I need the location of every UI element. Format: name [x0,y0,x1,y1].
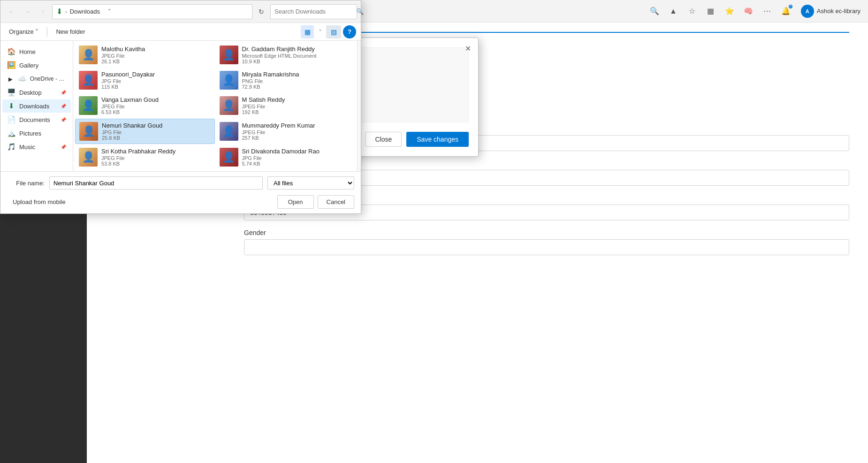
sidebar-item-desktop[interactable]: 🖥️ Desktop 📌 [2,86,71,99]
cancel-button[interactable]: Cancel [318,195,354,209]
read-aloud-button[interactable]: ▲ [666,4,681,19]
view-dropdown-button[interactable]: ˅ [316,25,324,38]
file-info-pasunoori: Pasunoori_Dayakar JPG File 115 KB [101,71,211,90]
file-item-malothu[interactable]: 👤 Malothu Kavitha JPEG File 26.1 KB [75,43,215,67]
pin-icon-music: 📌 [61,144,66,150]
grid-view-button[interactable]: ▦ [301,25,314,38]
zoom-button[interactable]: 🔍 [647,4,662,19]
home-icon: 🏠 [7,47,15,56]
file-info-nemuri: Nemuri Shankar Goud JPG File 25.8 KB [102,122,211,141]
upload-mobile-button[interactable]: Upload from mobile [7,196,71,208]
file-type-miryala: PNG File [242,78,352,84]
dialog-location-bar: ⬇ › Downloads ˅ [52,4,252,19]
download-location-icon: ⬇ [56,7,62,16]
file-name-srikotha: Sri Kotha Prabhakar Reddy [101,148,211,155]
file-size-gaddam: 10.9 KB [242,59,352,64]
extensions-button[interactable]: 🧠 [741,4,756,19]
file-thumb-gaddam: 👤 [220,46,238,64]
user-menu[interactable]: A Ashok ec-library [797,3,864,20]
dialog-up-button[interactable]: ↑ [36,5,50,19]
split-screen-button[interactable]: ▦ [703,4,718,19]
collections-button[interactable]: ⭐ [722,4,737,19]
dialog-forward-button[interactable]: → [20,5,34,19]
desktop-icon: 🖥️ [7,88,15,97]
notification-badge[interactable]: 🔔 0 [778,4,793,19]
documents-icon: 📄 [7,115,15,124]
file-item-srikotha[interactable]: 👤 Sri Kotha Prabhakar Reddy JPEG File 53… [75,145,215,169]
filename-input[interactable] [49,176,263,190]
file-type-malothu: JPEG File [101,53,211,59]
sidebar-item-gallery[interactable]: 🖼️ Gallery [2,59,71,72]
notification-count: 0 [789,5,792,8]
pin-icon-desktop: 📌 [61,90,66,95]
file-type-sridivakonda: JPG File [242,155,352,161]
file-name-label: File name: [7,180,45,187]
file-size-mummareddy: 257 KB [242,135,352,141]
dialog-footer: File name: All filesJPEG FilesPNG FilesA… [0,171,361,213]
file-info-msatish: M Satish Reddy JPEG File 192 KB [242,96,352,115]
sidebar-item-onedrive[interactable]: ► ☁️ OneDrive - Perso... [2,72,71,85]
file-list: 👤 Malothu Kavitha JPEG File 26.1 KB 👤 Dr… [73,41,357,171]
search-icon: 🔍 [356,8,364,15]
dialog-titlebar: ← → ↑ ⬇ › Downloads ˅ ↻ 🔍 [0,0,361,23]
file-thumb-sridivakonda: 👤 [220,148,238,167]
help-button[interactable]: ? [343,25,356,38]
filetype-select[interactable]: All filesJPEG FilesPNG FilesAll image fi… [267,176,354,190]
gender-input[interactable] [244,239,849,255]
form-dialog-close-button[interactable]: ✕ [462,43,473,54]
file-name-vanga: Vanga Laxman Goud [101,96,211,103]
location-text: Downloads [70,8,100,15]
close-button[interactable]: Close [365,132,402,147]
file-item-vanga[interactable]: 👤 Vanga Laxman Goud JPEG File 6.53 KB [75,93,215,118]
file-thumb-miryala: 👤 [220,71,238,90]
open-button[interactable]: Open [277,195,314,209]
file-item-mummareddy[interactable]: 👤 Mummareddy Prem Kumar JPEG File 257 KB [216,119,356,144]
sidebar-label-music: Music [19,144,35,151]
file-name-sridivakonda: Sri Divakonda Damodar Rao [242,148,352,155]
file-thumb-vanga: 👤 [79,96,98,115]
file-item-miryala[interactable]: 👤 Miryala Ramakrishna PNG File 72.9 KB [216,68,356,92]
file-size-sridivakonda: 5.74 KB [242,161,352,167]
search-input[interactable] [274,8,353,15]
sidebar-label-home: Home [19,48,36,55]
dialog-refresh-button[interactable]: ↻ [254,5,268,19]
file-name-miryala: Miryala Ramakrishna [242,71,352,78]
file-item-sridivakonda[interactable]: 👤 Sri Divakonda Damodar Rao JPG File 5.7… [216,145,356,169]
save-changes-button[interactable]: Save changes [406,132,469,147]
footer-actions: Upload from mobile Open Cancel [7,193,354,209]
location-chevron: › [65,9,67,15]
sidebar-item-documents[interactable]: 📄 Documents 📌 [2,113,71,126]
dialog-back-button[interactable]: ← [4,5,18,19]
file-size-vanga: 6.53 KB [101,109,211,115]
location-dropdown-button[interactable]: ˅ [103,5,116,18]
file-info-malothu: Malothu Kavitha JPEG File 26.1 KB [101,46,211,64]
file-item-gaddam[interactable]: 👤 Dr. Gaddam Ranjith Reddy Microsoft Edg… [216,43,356,67]
sidebar-label-downloads: Downloads [19,103,49,110]
filename-row: File name: All filesJPEG FilesPNG FilesA… [7,176,354,190]
toolbar-separator [47,27,47,37]
sidebar-item-downloads[interactable]: ⬇ Downloads 📌 [2,99,71,113]
favorites-button[interactable]: ☆ [685,4,700,19]
dialog-scrollbar[interactable] [357,41,361,171]
pictures-icon: 🏔️ [7,129,15,137]
file-size-nemuri: 25.8 KB [102,135,211,141]
file-item-nemuri[interactable]: 👤 Nemuri Shankar Goud JPG File 25.8 KB [75,119,215,144]
file-type-msatish: JPEG File [242,104,352,109]
file-item-pasunoori[interactable]: 👤 Pasunoori_Dayakar JPG File 115 KB [75,68,215,92]
file-type-srikotha: JPEG File [101,155,211,161]
file-type-pasunoori: JPG File [101,78,211,84]
file-name-gaddam: Dr. Gaddam Ranjith Reddy [242,46,352,53]
more-tools-button[interactable]: ⋯ [760,4,775,19]
sidebar-label-gallery: Gallery [19,62,38,69]
file-thumb-srikotha: 👤 [79,148,98,167]
pane-toggle-button[interactable]: ▧ [326,25,341,38]
file-thumb-malothu: 👤 [79,46,98,64]
sidebar-label-documents: Documents [19,116,50,123]
sidebar-item-home[interactable]: 🏠 Home [2,45,71,58]
downloads-icon: ⬇ [7,102,15,110]
sidebar-item-pictures[interactable]: 🏔️ Pictures [2,127,71,140]
new-folder-button[interactable]: New folder [52,26,89,37]
file-item-msatish[interactable]: 👤 M Satish Reddy JPEG File 192 KB [216,93,356,118]
sidebar-item-music[interactable]: 🎵 Music 📌 [2,140,71,153]
organize-button[interactable]: Organize ˅ [5,26,42,37]
